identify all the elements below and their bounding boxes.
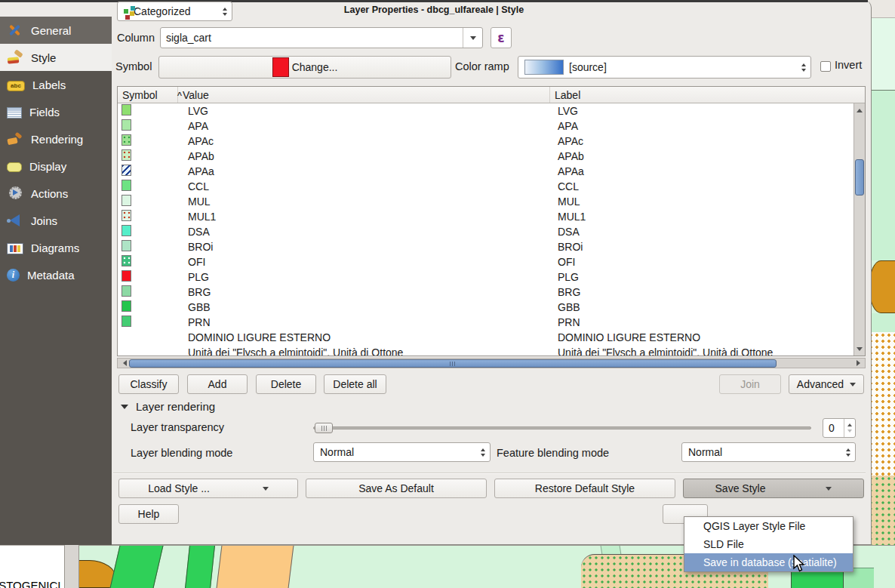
vertical-scrollbar[interactable]	[853, 103, 865, 356]
delete-button[interactable]: Delete	[256, 374, 316, 394]
table-row[interactable]: LVG LVG	[118, 103, 853, 119]
transparency-slider-handle[interactable]	[315, 423, 333, 433]
sidebar-item-metadata[interactable]: Metadata	[0, 261, 112, 288]
header-value[interactable]: Value	[178, 87, 550, 103]
change-button-label: Change...	[292, 61, 338, 73]
layer-blending-value: Normal	[320, 446, 475, 458]
class-symbol-swatch[interactable]	[121, 210, 131, 221]
table-row[interactable]: PRN PRN	[118, 315, 853, 330]
table-row[interactable]: GBB GBB	[118, 300, 853, 315]
sidebar-item-labels[interactable]: Labels	[0, 71, 112, 98]
color-ramp-swatch	[524, 60, 564, 75]
class-label: OFI	[550, 256, 853, 268]
class-label: PRN	[550, 316, 853, 328]
table-row[interactable]: APAa APAa	[118, 164, 853, 179]
class-symbol-swatch[interactable]	[121, 119, 131, 131]
transparency-spinbox[interactable]: 0	[823, 418, 856, 438]
sidebar-item-style[interactable]: Style	[0, 44, 112, 71]
sidebar-item-diagrams[interactable]: Diagrams	[0, 234, 112, 261]
table-row[interactable]: OFI OFI	[118, 254, 853, 269]
advanced-button[interactable]: Advanced	[789, 374, 864, 394]
header-label[interactable]: Label	[550, 87, 865, 103]
feature-blending-combobox[interactable]: Normal	[681, 442, 856, 462]
table-row[interactable]: MUL1 MUL1	[118, 209, 853, 224]
join-button[interactable]: Join	[719, 374, 781, 394]
change-symbol-button[interactable]: Change...	[158, 56, 451, 79]
restore-default-style-button[interactable]: Restore Default Style	[494, 479, 675, 498]
table-row[interactable]: APA APA	[118, 119, 853, 134]
table-row[interactable]: DSA DSA	[118, 224, 853, 239]
layer-blending-mode-label: Layer blending mode	[131, 447, 232, 459]
horizontal-scroll-handle[interactable]	[129, 359, 777, 368]
class-symbol-swatch[interactable]	[121, 285, 131, 297]
table-row[interactable]: CCL CCL	[118, 179, 853, 194]
renderer-type-combobox[interactable]: Categorized	[117, 2, 232, 21]
class-label: GBB	[550, 301, 853, 313]
class-symbol-swatch[interactable]	[121, 240, 131, 251]
add-button[interactable]: Add	[187, 374, 248, 394]
table-row[interactable]: PLG PLG	[118, 269, 853, 285]
sidebar-item-fields[interactable]: Fields	[0, 98, 112, 125]
invert-checkbox[interactable]	[820, 61, 831, 72]
scroll-right-button[interactable]	[854, 359, 865, 368]
mouse-cursor	[793, 555, 807, 573]
scroll-down-button[interactable]	[854, 345, 865, 356]
delete-all-button[interactable]: Delete all	[324, 374, 386, 394]
save-style-button[interactable]: Save Style	[683, 479, 864, 498]
class-symbol-swatch[interactable]	[121, 195, 131, 206]
collapse-caret-icon[interactable]	[121, 405, 128, 413]
table-row[interactable]: DOMINIO LIGURE ESTERNO DOMINIO LIGURE ES…	[118, 330, 853, 345]
feature-blending-mode-label: Feature blending mode	[497, 447, 609, 459]
table-row[interactable]: Unità dei "Flysch a elmintoidi", Unità d…	[118, 345, 853, 356]
vertical-scroll-handle[interactable]	[855, 159, 864, 195]
rendering-icon	[7, 131, 23, 146]
column-combobox[interactable]: sigla_cart	[160, 27, 483, 48]
scroll-up-button[interactable]	[854, 103, 865, 114]
scroll-left-button[interactable]	[118, 359, 128, 368]
save-as-default-button[interactable]: Save As Default	[306, 479, 487, 498]
class-symbol-swatch[interactable]	[121, 316, 131, 327]
map-region-mint-light	[868, 18, 895, 91]
class-label: APA	[550, 120, 853, 132]
chevron-down-icon	[263, 487, 269, 494]
sidebar-item-general[interactable]: General	[0, 17, 112, 44]
table-row[interactable]: BRG BRG	[118, 285, 853, 300]
class-symbol-swatch[interactable]	[121, 225, 131, 236]
sidebar-item-actions[interactable]: Actions	[0, 180, 112, 207]
header-symbol[interactable]: Symbol ^	[118, 87, 178, 103]
help-button[interactable]: Help	[118, 504, 179, 524]
sidebar-item-display[interactable]: Display	[0, 152, 112, 180]
class-label: PLG	[550, 271, 853, 283]
chevron-down-icon[interactable]	[463, 28, 482, 48]
class-symbol-swatch[interactable]	[121, 300, 131, 312]
class-symbol-swatch[interactable]	[121, 149, 131, 161]
layer-blending-combobox[interactable]: Normal	[313, 442, 491, 462]
class-symbol-swatch[interactable]	[121, 255, 131, 266]
horizontal-scrollbar[interactable]	[117, 358, 866, 368]
sidebar-item-joins[interactable]: Joins	[0, 207, 112, 234]
menu-item[interactable]: SLD File	[684, 535, 853, 553]
sidebar-item-rendering[interactable]: Rendering	[0, 125, 112, 152]
class-label: APAa	[550, 165, 853, 177]
class-symbol-swatch[interactable]	[121, 134, 131, 146]
table-row[interactable]: APAb APAb	[118, 149, 853, 164]
map-region-orange-dots	[868, 332, 895, 476]
table-row[interactable]: BROi BROi	[118, 239, 853, 254]
menu-item[interactable]: QGIS Layer Style File	[684, 517, 853, 535]
table-row[interactable]: MUL MUL	[118, 194, 853, 209]
panel-divider[interactable]	[64, 545, 79, 588]
class-symbol-swatch[interactable]	[121, 270, 131, 282]
transparency-slider-track[interactable]	[313, 426, 811, 429]
class-value: PLG	[178, 271, 550, 283]
classify-button[interactable]: Classify	[118, 374, 179, 394]
table-row[interactable]: APAc APAc	[118, 134, 853, 149]
load-style-button[interactable]: Load Style ...	[118, 479, 298, 498]
expression-builder-button[interactable]: ε	[491, 27, 512, 48]
menu-item[interactable]: Save in database (spatialite)	[684, 553, 853, 571]
color-ramp-combobox[interactable]: [source]	[518, 56, 811, 79]
class-symbol-swatch[interactable]	[121, 165, 131, 176]
class-symbol-swatch[interactable]	[121, 180, 131, 191]
legend-panel: ISTOGENICI	[0, 545, 64, 588]
class-symbol-swatch[interactable]	[121, 104, 131, 115]
spinbox-arrows[interactable]	[844, 419, 855, 437]
